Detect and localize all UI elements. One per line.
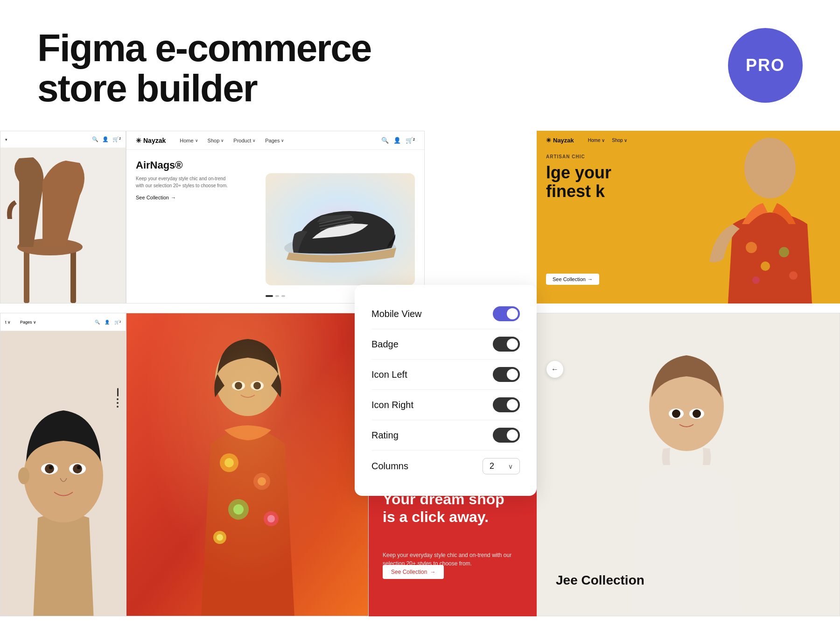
screenshot-chair: ▾ 🔍 👤 🛒² <box>0 131 126 303</box>
mobile-view-row: Mobile View <box>371 299 520 329</box>
product-title: AirNags® <box>136 159 415 171</box>
woman-figure <box>677 131 840 303</box>
settings-panel: Mobile View Badge Icon Left Icon Right <box>355 285 537 496</box>
arrow-left-icon: ← <box>551 365 559 374</box>
arrow-right-icon: → <box>430 569 435 575</box>
jee-collection: Jee Collection <box>556 573 644 588</box>
svg-point-17 <box>45 464 54 473</box>
svg-point-20 <box>73 464 82 473</box>
tagline-right: lge yourfinest k <box>546 163 611 200</box>
badge-label: Badge <box>371 339 399 350</box>
icon-right-row: Icon Right <box>371 390 520 420</box>
screenshots-area: ▾ 🔍 👤 🛒² Nayzak Home Sho <box>0 131 840 635</box>
badge-row: Badge <box>371 329 520 360</box>
nav-links: Home Shop Product Pages <box>180 138 284 143</box>
svg-point-10 <box>761 261 770 271</box>
nav-icons: 🔍 👤 🛒² <box>381 137 415 144</box>
dots-indicator <box>266 295 285 297</box>
bottom-nav-left: t ∨ Pages ∨ 🔍 👤 🛒² <box>0 313 126 331</box>
product-desc: Keep your everyday style chic and on-tre… <box>136 175 229 189</box>
svg-point-22 <box>18 467 29 484</box>
nayzak-logo: Nayzak <box>136 137 166 144</box>
pro-badge: PRO <box>728 28 803 103</box>
nayzak-right-logo: Nayzak <box>546 137 574 144</box>
top-nav-left: ▾ 🔍 👤 🛒² <box>0 131 126 148</box>
shoe-image <box>266 173 415 285</box>
badge-toggle[interactable] <box>493 337 520 352</box>
nayzak-nav: Nayzak Home Shop Product Pages 🔍 👤 🛒² <box>126 131 424 150</box>
cart-icon-bottom: 🛒² <box>114 320 121 325</box>
cart-icon: 🛒² <box>406 137 415 144</box>
svg-point-21 <box>77 466 81 469</box>
user-icon: 👤 <box>393 137 401 144</box>
screenshot-face: t ∨ Pages ∨ 🔍 👤 🛒² <box>0 313 126 616</box>
screenshot-sneaker: Nayzak Home Shop Product Pages 🔍 👤 🛒² Ai… <box>126 131 425 303</box>
see-collection-right-btn[interactable]: See Collection → <box>546 274 599 285</box>
mobile-view-label: Mobile View <box>371 309 421 319</box>
search-icon-bottom: 🔍 <box>95 320 100 325</box>
svg-point-44 <box>693 409 701 418</box>
exclamation-dots <box>117 388 119 408</box>
svg-point-9 <box>746 242 757 253</box>
header: Figma e-commerce store builder PRO <box>0 0 840 127</box>
shoe-svg <box>275 187 406 271</box>
svg-point-12 <box>789 271 798 280</box>
rating-label: Rating <box>371 430 399 441</box>
columns-label: Columns <box>371 461 408 472</box>
see-collection-red-btn[interactable]: See Collection → <box>383 565 444 579</box>
icon-left-label: Icon Left <box>371 369 407 380</box>
svg-point-13 <box>752 276 760 284</box>
svg-point-42 <box>672 409 680 418</box>
woman-white-svg <box>537 313 840 616</box>
hero-content: AirNags® Keep your everyday style chic a… <box>126 150 424 303</box>
icon-left-row: Icon Left <box>371 360 520 390</box>
arrow-left-button[interactable]: ← <box>546 361 563 378</box>
chair-svg <box>5 154 117 303</box>
search-icon: 🔍 <box>381 137 389 144</box>
screenshot-floral-woman <box>126 313 369 616</box>
icon-right-label: Icon Right <box>371 400 413 410</box>
user-icon-bottom: 👤 <box>105 320 110 325</box>
columns-select[interactable]: 2 ∨ <box>483 458 520 474</box>
icon-right-toggle[interactable] <box>493 397 520 412</box>
screenshot-fashion-yellow: Nayzak Home ∨ Shop ∨ 🔍 👤 ARTISAN CHIC lg… <box>537 131 840 303</box>
face-svg <box>0 331 126 616</box>
icon-left-toggle[interactable] <box>493 367 520 382</box>
svg-rect-0 <box>24 247 29 303</box>
artisan-label: ARTISAN CHIC <box>546 154 585 159</box>
svg-rect-1 <box>70 247 76 303</box>
chevron-down-icon: ∨ <box>508 463 513 470</box>
screenshot-woman-white: ← Jee Collection <box>537 313 840 616</box>
rating-toggle[interactable] <box>493 428 520 443</box>
mobile-view-toggle[interactable] <box>493 306 520 321</box>
main-title: Figma e-commerce store builder <box>37 28 371 108</box>
svg-point-18 <box>49 466 53 469</box>
columns-row: Columns 2 ∨ <box>371 451 520 482</box>
svg-point-11 <box>779 247 789 257</box>
rating-row: Rating <box>371 420 520 451</box>
svg-point-8 <box>744 138 796 198</box>
